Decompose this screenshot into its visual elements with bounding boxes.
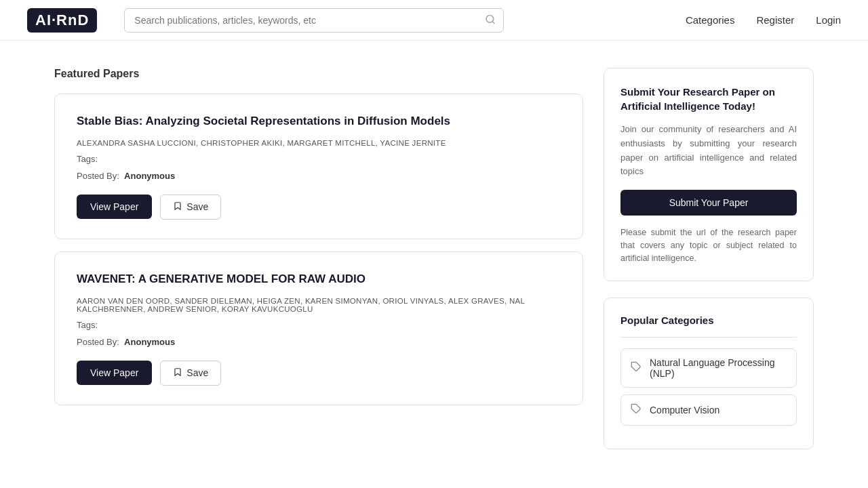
paper-actions: View Paper Save [77, 361, 561, 386]
paper-posted-by: Posted By: Anonymous [77, 171, 561, 181]
nav-register[interactable]: Register [756, 14, 794, 26]
paper-authors: Aaron van den Oord, Sander Dieleman, Hei… [77, 297, 561, 313]
submit-paper-button[interactable]: Submit Your Paper [620, 190, 797, 216]
left-column: Featured Papers Stable Bias: Analyzing S… [54, 68, 583, 449]
poster-name: Anonymous [124, 171, 175, 181]
category-item-cv[interactable]: Computer Vision [620, 394, 797, 426]
featured-papers-title: Featured Papers [54, 68, 583, 80]
tags-label: Tags: [77, 320, 98, 330]
paper-tags: Tags: [77, 320, 561, 330]
save-paper-button[interactable]: Save [160, 195, 221, 220]
paper-actions: View Paper Save [77, 195, 561, 220]
bookmark-icon [173, 201, 182, 213]
submit-card-description: Join our community of researchers and AI… [620, 123, 797, 179]
logo[interactable]: AI·RnD [27, 8, 97, 33]
category-label-cv: Computer Vision [650, 405, 719, 415]
submit-card-title: Submit Your Research Paper on Artificial… [620, 85, 797, 113]
submit-card-note: Please submit the url of the research pa… [620, 226, 797, 264]
categories-card: Popular Categories Natural Language Proc… [604, 298, 814, 449]
save-label: Save [186, 201, 208, 212]
poster-name: Anonymous [124, 337, 175, 347]
view-paper-button[interactable]: View Paper [77, 195, 152, 219]
category-item-nlp[interactable]: Natural Language Processing (NLP) [620, 348, 797, 388]
posted-by-label: Posted By: [77, 171, 119, 181]
paper-title: WAVENET: A GENERATIVE MODEL FOR RAW AUDI… [77, 271, 561, 287]
paper-posted-by: Posted By: Anonymous [77, 337, 561, 347]
category-label-nlp: Natural Language Processing (NLP) [650, 357, 787, 379]
categories-title: Popular Categories [620, 314, 797, 326]
tag-icon [631, 361, 642, 375]
save-label: Save [186, 367, 208, 378]
navbar: AI·RnD Categories Register Login [0, 0, 868, 41]
tags-label: Tags: [77, 154, 98, 164]
paper-authors: ALEXANDRA SASHA LUCCIONI, CHRISTOPHER AK… [77, 139, 561, 147]
paper-card: Stable Bias: Analyzing Societal Represen… [54, 94, 583, 239]
main-content: Featured Papers Stable Bias: Analyzing S… [27, 41, 841, 476]
search-input[interactable] [124, 8, 504, 33]
nav-categories[interactable]: Categories [686, 14, 735, 26]
paper-card: WAVENET: A GENERATIVE MODEL FOR RAW AUDI… [54, 251, 583, 405]
paper-title: Stable Bias: Analyzing Societal Represen… [77, 113, 561, 129]
tag-icon [631, 403, 642, 417]
posted-by-label: Posted By: [77, 337, 119, 347]
right-column: Submit Your Research Paper on Artificial… [604, 68, 814, 449]
categories-divider [620, 337, 797, 338]
view-paper-button[interactable]: View Paper [77, 361, 152, 385]
search-wrapper [124, 8, 504, 33]
paper-tags: Tags: [77, 154, 561, 164]
save-paper-button[interactable]: Save [160, 361, 221, 386]
nav-login[interactable]: Login [816, 14, 841, 26]
submit-card: Submit Your Research Paper on Artificial… [604, 68, 814, 281]
bookmark-icon [173, 367, 182, 379]
nav-links: Categories Register Login [686, 14, 841, 26]
